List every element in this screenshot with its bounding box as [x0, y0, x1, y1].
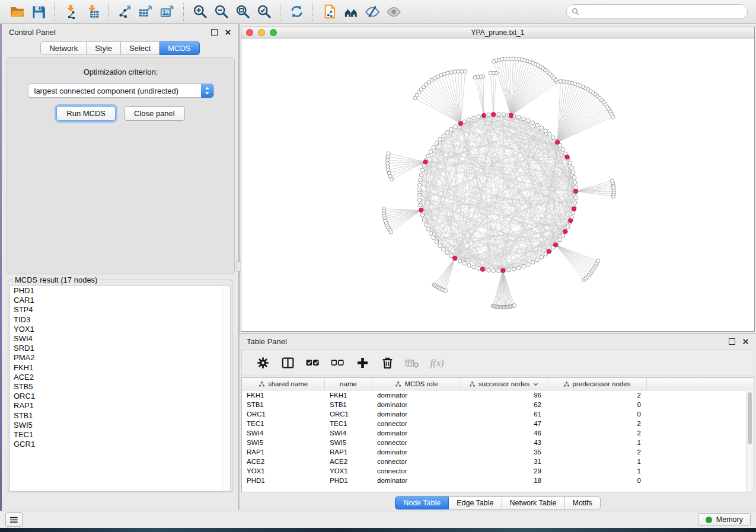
mcds-result-item[interactable]: GCR1	[10, 440, 230, 449]
mcds-result-item[interactable]: FKH1	[10, 363, 230, 373]
table-cell[interactable]: STB1	[325, 401, 372, 408]
table-cell[interactable]: ACE2	[325, 458, 372, 465]
open-session-button[interactable]	[6, 2, 27, 22]
table-cell[interactable]: 2	[547, 430, 647, 437]
table-cell[interactable]: 0	[547, 477, 647, 484]
mcds-result-item[interactable]: PMA2	[10, 353, 230, 363]
tab-node-table[interactable]: Node Table	[395, 496, 449, 509]
table-row[interactable]: TEC1TEC1connector472	[242, 419, 754, 428]
table-cell[interactable]: 0	[547, 401, 647, 408]
memory-button[interactable]: Memory	[698, 513, 751, 526]
export-table-button[interactable]	[135, 2, 157, 22]
table-row[interactable]: SWI4SWI4dominator462	[242, 428, 754, 438]
table-cell[interactable]: 2	[547, 392, 647, 399]
table-cell[interactable]: 61	[461, 411, 547, 418]
network-window-titlebar[interactable]: YPA_prune.txt_1	[241, 27, 754, 39]
table-cell[interactable]: 46	[461, 430, 547, 437]
table-row[interactable]: RAP1RAP1dominator352	[242, 447, 754, 457]
select-all-button[interactable]	[301, 351, 324, 374]
table-cell[interactable]: 96	[461, 392, 547, 399]
global-search-field[interactable]	[566, 4, 748, 19]
table-cell[interactable]: dominator	[372, 411, 461, 418]
tab-network[interactable]: Network	[40, 41, 87, 55]
mcds-result-item[interactable]: ORC1	[10, 392, 230, 401]
table-cell[interactable]: STB1	[242, 401, 325, 408]
table-cell[interactable]: 2	[547, 420, 647, 427]
tab-select[interactable]: Select	[121, 41, 160, 55]
table-cell[interactable]: SWI5	[325, 439, 372, 446]
table-row[interactable]: SWI5SWI5connector431	[242, 438, 754, 447]
zoom-fit-button[interactable]	[232, 2, 253, 22]
save-session-button[interactable]	[27, 2, 49, 22]
column-header-predecessor-nodes[interactable]: predecessor nodes	[547, 378, 647, 390]
table-row[interactable]: STB1STB1dominator620	[242, 400, 754, 409]
mcds-result-item[interactable]: STB5	[10, 382, 230, 392]
column-header-shared-name[interactable]: shared name	[242, 378, 325, 390]
mcds-result-item[interactable]: TID3	[10, 315, 230, 325]
table-cell[interactable]: YOX1	[242, 467, 325, 475]
search-neighbors-button[interactable]	[340, 2, 361, 22]
mcds-result-item[interactable]: YOX1	[10, 325, 230, 334]
export-network-button[interactable]	[114, 2, 135, 22]
table-cell[interactable]: dominator	[372, 401, 461, 408]
task-history-button[interactable]	[5, 512, 23, 527]
new-column-button[interactable]	[351, 351, 374, 374]
tab-edge-table[interactable]: Edge Table	[449, 496, 502, 509]
table-scrollbar-thumb[interactable]	[748, 392, 752, 444]
table-row[interactable]: ORC1ORC1dominator610	[242, 409, 754, 419]
table-cell[interactable]: PHD1	[242, 477, 325, 484]
zoom-selected-button[interactable]	[253, 2, 275, 22]
table-cell[interactable]: FKH1	[325, 392, 372, 399]
table-cell[interactable]: connector	[372, 458, 461, 465]
table-cell[interactable]: 18	[461, 477, 547, 484]
table-cell[interactable]: FKH1	[242, 392, 325, 399]
mcds-result-item[interactable]: TEC1	[10, 430, 230, 440]
table-cell[interactable]: ORC1	[242, 411, 325, 418]
table-cell[interactable]: TEC1	[325, 420, 372, 427]
hide-selected-button[interactable]	[361, 2, 382, 22]
import-table-button[interactable]	[81, 2, 103, 22]
search-input[interactable]	[582, 7, 742, 17]
table-cell[interactable]: SWI4	[325, 430, 372, 437]
table-cell[interactable]: PHD1	[325, 477, 372, 484]
tab-network-table[interactable]: Network Table	[502, 496, 565, 509]
table-row[interactable]: ACE2ACE2connector311	[242, 457, 754, 466]
mcds-result-item[interactable]: SWI5	[10, 421, 230, 430]
delete-columns-button[interactable]	[376, 351, 398, 374]
table-cell[interactable]: dominator	[372, 430, 461, 437]
show-columns-button[interactable]	[276, 351, 299, 374]
table-scrollbar[interactable]	[746, 390, 754, 492]
table-cell[interactable]: 29	[461, 467, 547, 475]
optimization-criterion-select[interactable]: largest connected component (undirected)	[28, 84, 214, 98]
table-cell[interactable]: 62	[461, 401, 547, 408]
new-network-from-selection-button[interactable]	[318, 2, 340, 22]
table-cell[interactable]: SWI5	[242, 439, 325, 446]
tab-mcds[interactable]: MCDS	[160, 41, 199, 55]
table-cell[interactable]: 35	[461, 448, 547, 456]
close-table-panel-icon[interactable]	[742, 338, 749, 345]
table-cell[interactable]: connector	[372, 467, 461, 475]
mcds-result-item[interactable]: RAP1	[10, 401, 230, 411]
table-cell[interactable]: 43	[461, 439, 547, 446]
table-cell[interactable]: ACE2	[242, 458, 325, 465]
close-panel-icon[interactable]	[225, 29, 231, 36]
table-cell[interactable]: RAP1	[242, 448, 325, 456]
table-cell[interactable]: RAP1	[325, 448, 372, 456]
column-header-name[interactable]: name	[325, 378, 372, 390]
float-table-panel-icon[interactable]	[729, 338, 735, 345]
float-panel-icon[interactable]	[211, 29, 218, 36]
zoom-in-button[interactable]	[189, 2, 210, 22]
mcds-result-item[interactable]: STB1	[10, 411, 230, 421]
show-hidden-button[interactable]	[382, 2, 404, 22]
tab-motifs[interactable]: Motifs	[564, 496, 600, 509]
table-cell[interactable]: ORC1	[325, 411, 372, 418]
table-cell[interactable]: connector	[372, 420, 461, 427]
import-network-button[interactable]	[60, 2, 81, 22]
table-row[interactable]: YOX1YOX1connector291	[242, 466, 754, 476]
run-mcds-button[interactable]: Run MCDS	[56, 106, 116, 121]
table-cell[interactable]: connector	[372, 439, 461, 446]
mcds-result-item[interactable]: SWI4	[10, 334, 230, 344]
mcds-result-item[interactable]: PHD1	[10, 286, 230, 296]
deselect-all-button[interactable]	[326, 351, 349, 374]
table-row[interactable]: PHD1PHD1dominator180	[242, 476, 754, 485]
